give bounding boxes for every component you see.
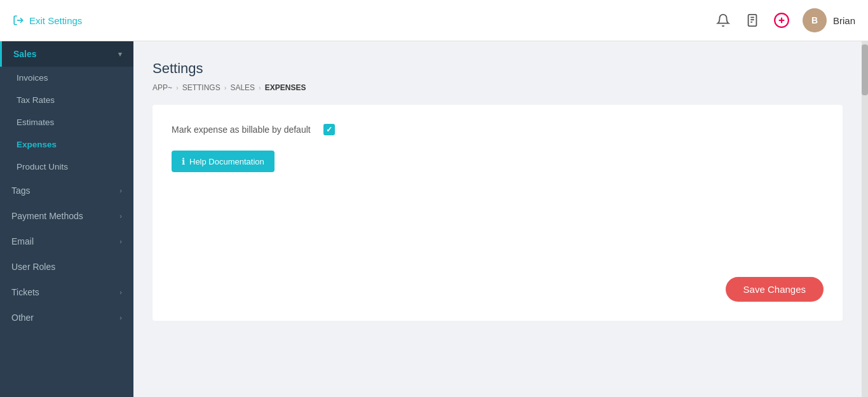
breadcrumb-current: EXPENSES (265, 83, 306, 92)
header-left: Exit Settings (13, 15, 82, 26)
sidebar: Sales ▾ Invoices Tax Rates Estimates Exp… (0, 41, 133, 397)
header-right: B Brian (715, 8, 855, 32)
sidebar-item-expenses[interactable]: Expenses (0, 133, 133, 156)
breadcrumb-sep-1: › (176, 84, 179, 91)
chevron-right-icon: › (119, 212, 122, 220)
billable-label: Mark expense as billable by default (172, 124, 311, 135)
sidebar-item-payment-methods[interactable]: Payment Methods › (0, 203, 133, 229)
sidebar-sales-label: Sales (13, 49, 37, 59)
sidebar-product-units-label: Product Units (17, 162, 68, 172)
sidebar-item-other[interactable]: Other › (0, 305, 133, 330)
breadcrumb-settings[interactable]: SETTINGS (182, 83, 220, 92)
chevron-right-icon: › (119, 314, 122, 321)
document-icon[interactable] (744, 12, 761, 29)
bell-icon[interactable] (715, 12, 731, 29)
breadcrumb: APP~ › SETTINGS › SALES › EXPENSES (153, 83, 843, 92)
sidebar-item-invoices[interactable]: Invoices (0, 67, 133, 89)
settings-card: Mark expense as billable by default ℹ He… (153, 105, 843, 321)
help-documentation-button[interactable]: ℹ Help Documentation (172, 151, 275, 172)
breadcrumb-sep-3: › (259, 84, 261, 91)
exit-settings-button[interactable]: Exit Settings (13, 15, 82, 26)
sidebar-item-estimates[interactable]: Estimates (0, 111, 133, 133)
sidebar-tickets-label: Tickets (11, 287, 39, 297)
sidebar-expenses-label: Expenses (17, 140, 57, 149)
exit-settings-label: Exit Settings (29, 15, 82, 26)
sidebar-email-label: Email (11, 236, 34, 246)
chevron-right-icon: › (119, 288, 122, 296)
sidebar-user-roles-label: User Roles (11, 262, 55, 272)
sidebar-payment-methods-label: Payment Methods (11, 211, 83, 221)
sidebar-item-product-units[interactable]: Product Units (0, 156, 133, 178)
layout: Sales ▾ Invoices Tax Rates Estimates Exp… (0, 41, 868, 397)
breadcrumb-sales[interactable]: SALES (230, 83, 255, 92)
help-btn-label: Help Documentation (189, 157, 264, 166)
user-area[interactable]: B Brian (803, 8, 855, 32)
sidebar-item-tickets[interactable]: Tickets › (0, 279, 133, 305)
breadcrumb-sep-2: › (224, 84, 227, 91)
sidebar-other-label: Other (11, 313, 34, 323)
sidebar-item-sales[interactable]: Sales ▾ (0, 41, 133, 67)
billable-checkbox[interactable] (323, 124, 335, 135)
sidebar-tags-label: Tags (11, 185, 31, 196)
sidebar-estimates-label: Estimates (17, 118, 54, 127)
save-changes-button[interactable]: Save Changes (726, 277, 824, 302)
chevron-down-icon: ▾ (118, 50, 122, 58)
sidebar-item-email[interactable]: Email › (0, 229, 133, 254)
breadcrumb-app[interactable]: APP~ (153, 83, 172, 92)
user-name: Brian (833, 15, 855, 26)
chevron-right-icon: › (119, 187, 122, 194)
avatar: B (803, 8, 827, 32)
setting-row-billable: Mark expense as billable by default (172, 124, 824, 135)
right-scrollbar[interactable] (862, 41, 868, 397)
info-icon: ℹ (182, 156, 185, 166)
chevron-right-icon: › (119, 238, 122, 245)
header: Exit Settings B Bri (0, 0, 868, 41)
sidebar-invoices-label: Invoices (17, 73, 48, 83)
sidebar-item-tax-rates[interactable]: Tax Rates (0, 89, 133, 111)
sidebar-tax-rates-label: Tax Rates (17, 95, 55, 105)
sidebar-item-tags[interactable]: Tags › (0, 178, 133, 203)
add-circle-icon[interactable] (773, 12, 790, 29)
main-content: Settings APP~ › SETTINGS › SALES › EXPEN… (133, 41, 862, 397)
page-title: Settings (153, 60, 843, 77)
sidebar-item-user-roles[interactable]: User Roles (0, 254, 133, 279)
exit-icon (13, 15, 24, 26)
scrollbar-thumb[interactable] (862, 44, 868, 95)
